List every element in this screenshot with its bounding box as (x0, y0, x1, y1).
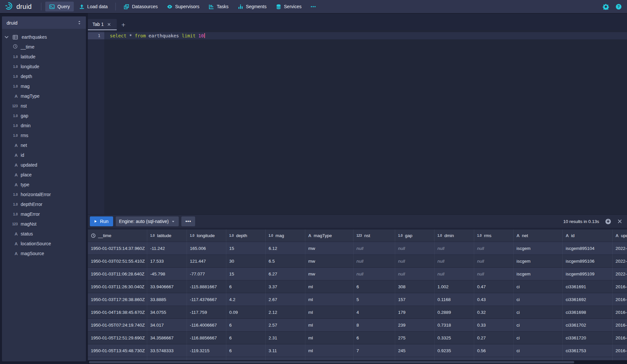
table-cell[interactable]: 1950-01-02T15:14:37.960Z (88, 242, 147, 255)
table-cell[interactable]: -115.8881667 (187, 280, 226, 293)
table-cell[interactable]: mw (305, 268, 354, 280)
table-cell[interactable]: null (435, 255, 474, 268)
table-cell[interactable]: -45.798 (147, 268, 187, 280)
table-cell[interactable]: 3.37 (266, 280, 305, 293)
table-cell[interactable]: null (354, 255, 395, 268)
table-cell[interactable]: ml (305, 280, 354, 293)
table-cell[interactable]: 1950-01-03T17:26:38.860Z (88, 293, 147, 306)
table-cell[interactable]: ml (305, 319, 354, 332)
table-cell[interactable]: 0.9235 (435, 344, 474, 357)
settings-gear-icon[interactable] (603, 4, 609, 10)
table-cell[interactable]: 2022-0 (613, 268, 627, 280)
table-cell[interactable]: 1950-01-05T07:24:19.740Z (88, 319, 147, 332)
table-cell[interactable]: 308 (395, 280, 435, 293)
table-cell[interactable]: 4 (354, 306, 395, 319)
table-cell[interactable]: 0.32 (474, 306, 514, 319)
nav-more-button[interactable]: ••• (307, 2, 320, 11)
table-cell[interactable]: 2.67 (266, 293, 305, 306)
table-cell[interactable]: 0.09 (226, 306, 266, 319)
table-cell[interactable]: null (395, 242, 435, 255)
table-cell[interactable]: -11.242 (147, 242, 187, 255)
sidebar-column-latitude[interactable]: 1.0latitude (2, 52, 86, 62)
table-cell[interactable]: ci (514, 332, 563, 344)
table-cell[interactable]: 6.5 (266, 255, 305, 268)
table-cell[interactable]: 2016-0 (613, 344, 627, 357)
nav-item-segments[interactable]: Segments (234, 2, 271, 11)
table-cell[interactable]: null (395, 268, 435, 280)
table-cell[interactable]: 2.31 (266, 332, 305, 344)
table-cell[interactable]: -117.759 (187, 306, 226, 319)
table-cell[interactable]: iscgem (514, 242, 563, 255)
table-cell[interactable]: 1950-01-03T11:06:28.640Z (88, 268, 147, 280)
table-cell[interactable]: 2016-0 (613, 319, 627, 332)
column-header-dmin[interactable]: 1.0dmin (435, 230, 474, 242)
scrollbar-thumb[interactable] (89, 361, 574, 363)
engine-selector[interactable]: Engine: auto (sql-native) (116, 216, 179, 226)
table-cell[interactable]: 3.11 (266, 344, 305, 357)
nav-item-datasources[interactable]: Datasources (120, 2, 162, 11)
table-cell[interactable]: 165.006 (187, 242, 226, 255)
table-cell[interactable]: ml (305, 344, 354, 357)
sidebar-column-status[interactable]: Astatus (2, 229, 86, 239)
table-cell[interactable]: 6.27 (266, 268, 305, 280)
table-cell[interactable]: null (354, 242, 395, 255)
table-cell[interactable]: 33.8885 (147, 293, 187, 306)
table-cell[interactable]: 5 (354, 293, 395, 306)
table-cell[interactable]: 6 (226, 332, 266, 344)
tab-1[interactable]: Tab 1 (88, 19, 117, 30)
table-cell[interactable]: ci (514, 344, 563, 357)
table-cell[interactable]: ci3361753 (563, 344, 613, 357)
table-cell[interactable]: 1950-01-05T12:51:29.690Z (88, 332, 147, 344)
table-cell[interactable]: 2.57 (266, 319, 305, 332)
sidebar-column-depthError[interactable]: 1.0depthError (2, 199, 86, 209)
column-header-mag[interactable]: 1.0mag (266, 230, 305, 242)
table-cell[interactable]: 15 (226, 268, 266, 280)
table-cell[interactable]: 34.3586667 (147, 332, 187, 344)
table-cell[interactable]: ci3361692 (563, 293, 613, 306)
sidebar-column-depth[interactable]: 1.0depth (2, 71, 86, 81)
sql-editor[interactable]: 1 select * from earthquakes limit 10 (88, 30, 627, 214)
table-cell[interactable]: 0.33 (474, 319, 514, 332)
table-cell[interactable]: mw (305, 255, 354, 268)
table-cell[interactable]: 1950-01-03T02:51:55.410Z (88, 255, 147, 268)
help-icon[interactable]: ? (616, 4, 622, 10)
sidebar-column-place[interactable]: Aplace (2, 170, 86, 180)
table-cell[interactable]: -119.3215 (187, 344, 226, 357)
table-cell[interactable]: -116.8856667 (187, 332, 226, 344)
nav-item-tasks[interactable]: Tasks (205, 2, 233, 11)
table-cell[interactable]: null (395, 255, 435, 268)
sidebar-column-magNst[interactable]: 123magNst (2, 219, 86, 229)
sidebar-table-earthquakes[interactable]: earthquakes (2, 32, 86, 42)
column-header-net[interactable]: Anet (514, 230, 563, 242)
table-cell[interactable]: iscgem (514, 268, 563, 280)
sidebar-column-updated[interactable]: Aupdated (2, 160, 86, 170)
table-cell[interactable]: 0.47 (474, 280, 514, 293)
column-header-rms[interactable]: 1.0rms (474, 230, 514, 242)
schema-selector[interactable]: druid (2, 16, 86, 29)
table-cell[interactable]: 4.2 (226, 293, 266, 306)
table-cell[interactable]: 1950-01-04T16:38:45.670Z (88, 306, 147, 319)
table-cell[interactable]: mw (305, 242, 354, 255)
nav-item-supervisors[interactable]: Supervisors (163, 2, 203, 11)
table-cell[interactable]: ci (514, 319, 563, 332)
nav-item-load-data[interactable]: Load data (75, 2, 111, 11)
table-cell[interactable]: 2016-0 (613, 332, 627, 344)
table-cell[interactable]: 2022-0 (613, 255, 627, 268)
table-cell[interactable]: 33.5748333 (147, 344, 187, 357)
sql-line-1[interactable]: 1 select * from earthquakes limit 10 (88, 32, 627, 39)
chevron-down-icon[interactable] (2, 34, 11, 40)
column-header-__time[interactable]: __time (88, 230, 147, 242)
table-cell[interactable]: 275 (395, 332, 435, 344)
table-cell[interactable]: iscgem895109 (563, 268, 613, 280)
table-cell[interactable]: ml (305, 306, 354, 319)
table-cell[interactable]: null (435, 242, 474, 255)
sidebar-column-__time[interactable]: __time (2, 42, 86, 52)
table-cell[interactable]: null (474, 268, 514, 280)
column-header-longitude[interactable]: 1.0longitude (187, 230, 226, 242)
column-header-id[interactable]: Aid (563, 230, 613, 242)
column-header-depth[interactable]: 1.0depth (226, 230, 266, 242)
table-cell[interactable]: 0.43 (474, 293, 514, 306)
download-results-icon[interactable] (605, 218, 611, 225)
table-cell[interactable]: 2022-0 (613, 242, 627, 255)
table-cell[interactable]: 179 (395, 306, 435, 319)
